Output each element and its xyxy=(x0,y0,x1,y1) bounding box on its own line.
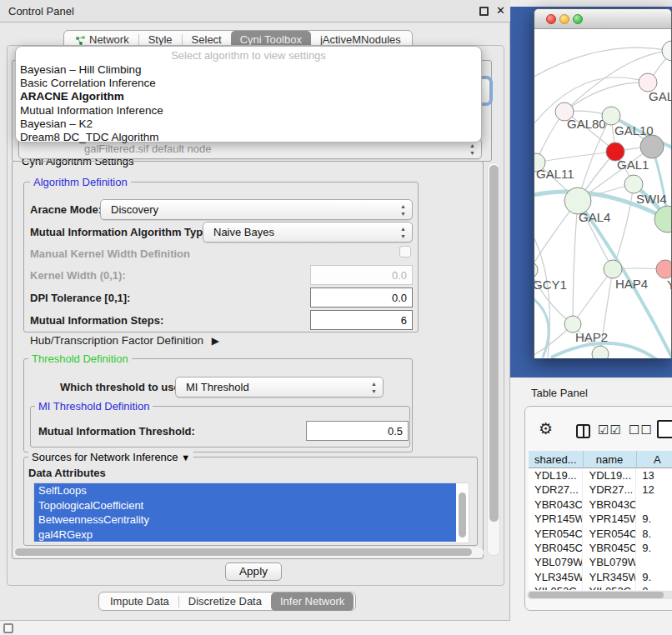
table-cell[interactable]: 9. xyxy=(636,512,672,526)
network-node[interactable] xyxy=(592,346,609,358)
collapse-icon[interactable]: ▼ xyxy=(181,452,190,462)
apply-button[interactable]: Apply xyxy=(225,562,282,581)
tab-infer-network[interactable]: Infer Network xyxy=(271,592,354,611)
network-canvas[interactable]: GAL7GAL80GAL10GAL1GAL11GAL4SWI4GCY1HAP4Y… xyxy=(534,29,671,358)
table-row[interactable]: YBL079WYBL079W xyxy=(529,555,672,569)
network-node[interactable] xyxy=(656,260,671,278)
table-row[interactable]: YER054CYER054C8. xyxy=(529,527,672,541)
table-cell[interactable]: 8. xyxy=(636,527,672,541)
algorithm-option[interactable]: Basic Correlation Inference xyxy=(16,77,481,90)
table-cell[interactable]: YDR27... xyxy=(529,482,583,497)
table-header: shared...nameA xyxy=(529,451,672,468)
table-cell[interactable] xyxy=(636,498,672,512)
algorithm-option[interactable]: ARACNE Algorithm xyxy=(16,90,481,103)
unchecked-boxes-icon[interactable]: ☐☐ xyxy=(629,422,653,438)
mi-type-combobox[interactable]: Naive Bayes ▲▼ xyxy=(203,222,413,242)
table-cell[interactable]: 9. xyxy=(636,541,672,555)
control-panel-titlebar: Control Panel ✕ xyxy=(0,0,510,22)
close-icon[interactable]: ✕ xyxy=(496,4,505,17)
gear-icon[interactable]: ⚙ xyxy=(539,421,553,437)
window-minimize-button[interactable] xyxy=(559,14,569,24)
table-cell[interactable]: YDR27... xyxy=(583,482,636,497)
table-row[interactable]: YBR043CYBR043C xyxy=(529,498,672,512)
table-cell[interactable]: YDL19... xyxy=(529,468,583,482)
table-cell[interactable]: YBR043C xyxy=(583,498,636,512)
table-cell[interactable]: YBR045C xyxy=(529,541,583,555)
table-cell[interactable]: YBR043C xyxy=(529,498,583,512)
table-row[interactable]: YLR345WYLR345W9. xyxy=(529,570,672,584)
table-cell[interactable]: YBR045C xyxy=(583,541,636,555)
algorithm-option[interactable]: Bayesian – K2 xyxy=(16,118,481,131)
settings-hscrollbar[interactable] xyxy=(13,548,484,558)
table-cell[interactable]: YIL052C xyxy=(529,584,583,590)
kernel-width-field[interactable]: 0.0 xyxy=(310,265,413,285)
tab-discretize-data[interactable]: Discretize Data xyxy=(179,592,271,611)
float-icon[interactable] xyxy=(479,7,489,16)
network-node[interactable] xyxy=(534,262,538,278)
window-zoom-button[interactable] xyxy=(573,14,583,24)
attribute-list-scrollbar-thumb[interactable] xyxy=(459,492,466,538)
table-cell[interactable]: YBL079W xyxy=(583,555,636,569)
settings-scrollbar[interactable] xyxy=(487,162,500,556)
table-cell[interactable]: YIL052C xyxy=(583,584,636,590)
table-cell[interactable]: YER054C xyxy=(529,527,583,541)
table-row[interactable]: YBR045CYBR045C9. xyxy=(529,541,672,555)
table-cell[interactable]: YBL079W xyxy=(529,555,583,569)
tab-impute-data[interactable]: Impute Data xyxy=(101,592,178,611)
table-column-header[interactable]: name xyxy=(584,451,637,468)
network-edge xyxy=(573,201,578,324)
table-cell[interactable]: YPR145W xyxy=(529,512,583,526)
network-node[interactable] xyxy=(602,107,620,125)
data-attributes-label: Data Attributes xyxy=(28,467,106,479)
network-node[interactable] xyxy=(654,206,671,232)
table-column-header[interactable]: shared... xyxy=(529,451,584,468)
table-cell[interactable]: YER054C xyxy=(583,527,636,541)
mi-threshold-field[interactable]: 0.5 xyxy=(306,421,409,441)
table-cell[interactable]: 13 xyxy=(636,468,672,482)
table-cell[interactable]: 9. xyxy=(636,570,672,584)
data-attribute-item[interactable]: BetweennessCentrality xyxy=(34,512,456,528)
table-hscrollbar-thumb[interactable] xyxy=(529,592,664,598)
network-node[interactable] xyxy=(624,175,643,193)
table-row[interactable]: YDR27...YDR27...12 xyxy=(529,482,672,497)
table-row[interactable]: YDL19...YDL19...13 xyxy=(529,468,672,482)
data-attribute-item[interactable]: SelfLoops xyxy=(34,483,456,498)
expand-icon[interactable]: ▶ xyxy=(212,335,219,347)
table-cell[interactable]: 12 xyxy=(636,482,672,497)
algorithm-option[interactable]: Bayesian – Hill Climbing xyxy=(16,63,481,77)
data-attribute-item[interactable]: gal4RGexp xyxy=(34,528,456,542)
settings-hscrollbar-thumb[interactable] xyxy=(15,548,472,556)
algorithm-option[interactable]: Dream8 DC_TDC Algorithm xyxy=(16,131,481,144)
docked-panel-icon[interactable] xyxy=(3,623,13,633)
table-cell[interactable]: 0. xyxy=(636,584,672,590)
mi-steps-label: Mutual Information Steps: xyxy=(30,314,163,327)
manual-kernel-checkbox[interactable] xyxy=(399,246,411,258)
sources-group-title: Sources for Network Inference ▼ xyxy=(28,451,193,464)
dpi-tolerance-field[interactable]: 0.0 xyxy=(310,288,413,308)
hub-section-header[interactable]: Hub/Transcription Factor Definition ▶ xyxy=(30,334,219,347)
checked-boxes-icon[interactable]: ☑☑ xyxy=(598,422,622,438)
tab-label: Discretize Data xyxy=(188,594,262,609)
which-threshold-combobox[interactable]: MI Threshold ▲▼ xyxy=(175,377,384,398)
table-row[interactable]: YPR145WYPR145W9. xyxy=(529,512,672,526)
table-hscrollbar[interactable] xyxy=(527,591,672,599)
table-cell[interactable]: YPR145W xyxy=(583,512,636,526)
settings-scrollbar-thumb[interactable] xyxy=(489,165,499,522)
table-cell[interactable]: YDL19... xyxy=(583,468,636,482)
columns-icon[interactable] xyxy=(576,424,590,438)
data-attribute-item[interactable]: TopologicalCoefficient xyxy=(34,498,456,513)
network-node[interactable] xyxy=(662,41,671,61)
table-cell[interactable] xyxy=(636,555,672,569)
page-icon[interactable] xyxy=(657,420,672,438)
table-cell[interactable]: YLR345W xyxy=(583,570,636,584)
network-node[interactable] xyxy=(640,135,664,158)
table-cell[interactable]: YLR345W xyxy=(529,570,583,584)
aracne-mode-combobox[interactable]: Discovery ▲▼ xyxy=(100,199,413,220)
network-node[interactable] xyxy=(604,260,622,278)
table-row[interactable]: YIL052CYIL052C0. xyxy=(529,584,672,590)
table-column-header[interactable]: A xyxy=(637,451,672,468)
mi-steps-field[interactable]: 6 xyxy=(310,310,413,330)
window-close-button[interactable] xyxy=(546,14,556,24)
data-attributes-list: SelfLoopsTopologicalCoefficientBetweenne… xyxy=(33,482,469,543)
algorithm-option[interactable]: Mutual Information Inference xyxy=(16,104,481,118)
